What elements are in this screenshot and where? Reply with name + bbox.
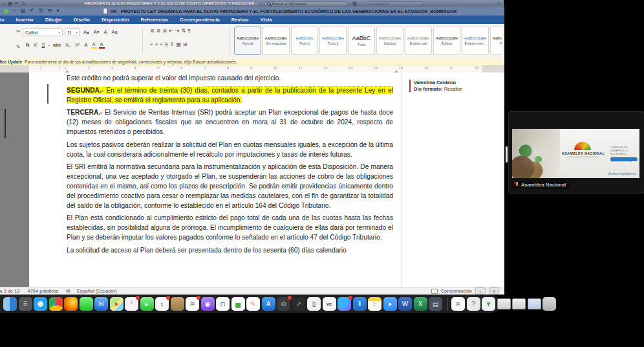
dock-excel[interactable]: X: [414, 297, 427, 311]
dock-numbers[interactable]: ▅: [231, 297, 245, 311]
dock-messenger[interactable]: [338, 297, 351, 311]
document-text[interactable]: Este crédito no podrá superar el valor d…: [67, 73, 393, 258]
dock-messages[interactable]: [80, 297, 93, 311]
dock-mail[interactable]: ✉: [94, 297, 108, 311]
clear-formatting-button[interactable]: Aa: [111, 30, 119, 35]
dock-launchpad[interactable]: ⠿: [19, 297, 32, 311]
indent-icon[interactable]: ⇥: [175, 28, 180, 34]
borders-icon[interactable]: ⊞: [183, 42, 188, 47]
dock-minimized-window-2[interactable]: [512, 298, 526, 309]
dock-minimized-window-3[interactable]: [528, 298, 541, 309]
redo-icon[interactable]: ↻: [21, 1, 25, 6]
dock-podcasts[interactable]: ◉: [201, 297, 215, 311]
Insertar[interactable]: Insertar: [10, 17, 40, 23]
style-chip[interactable]: AaBbCcDdEe Normal: [234, 27, 261, 55]
search-in-document-field[interactable]: Buscar en documento: [264, 1, 347, 6]
Vista[interactable]: Vista: [255, 17, 278, 23]
save-icon[interactable]: ▤: [21, 8, 26, 14]
dock-maps[interactable]: ➤: [110, 297, 123, 311]
dock-help[interactable]: ?: [467, 297, 480, 311]
dock-keynote[interactable]: ⊓: [216, 297, 230, 311]
format-painter-icon[interactable]: ✎: [16, 45, 21, 50]
Correspondencia[interactable]: Correspondencia: [174, 17, 226, 23]
shading-icon[interactable]: ▦: [176, 42, 181, 47]
align-right-icon[interactable]: ≡: [160, 42, 163, 47]
sort-icon[interactable]: ⇅: [182, 28, 186, 34]
align-left-icon[interactable]: ≡: [150, 42, 153, 47]
print-layout-view-button[interactable]: ≡: [475, 287, 486, 295]
dock-chrome[interactable]: ●: [49, 297, 63, 311]
bullets-icon[interactable]: ≣: [150, 28, 155, 34]
dock-facetime[interactable]: ▸: [140, 297, 154, 311]
shrink-font-button[interactable]: A▾: [92, 30, 101, 35]
redo-icon[interactable]: ↻: [39, 8, 43, 14]
strikethrough-button[interactable]: abc: [52, 43, 62, 48]
ruler[interactable]: 2 1 1 2 3 4 5 6 7: [0, 65, 504, 73]
justify-icon[interactable]: ≡: [165, 42, 168, 47]
focus-mode-label[interactable]: Concentración: [441, 288, 472, 294]
dock-notes[interactable]: ≡: [368, 297, 381, 311]
text-outline-button[interactable]: A: [83, 43, 89, 48]
dock-calendar[interactable]: 1: [155, 297, 169, 311]
share-user-icon[interactable]: [352, 1, 357, 6]
style-chip[interactable]: AaBbCcDdEe Texto: [490, 27, 502, 55]
dock-photos[interactable]: *: [125, 297, 138, 311]
document-page[interactable]: Este crédito no podrá superar el valor d…: [29, 73, 401, 287]
home-icon[interactable]: ⌂: [3, 1, 5, 6]
dock-minimized-window-1[interactable]: [497, 298, 511, 309]
proofing-icon[interactable]: ▤: [66, 289, 70, 294]
page-indicator[interactable]: Página 3 de 10: [0, 288, 19, 294]
dock-zoom[interactable]: ●: [383, 297, 397, 311]
dock-safari[interactable]: [34, 297, 47, 311]
dock-trello[interactable]: ‖: [353, 297, 367, 311]
dock-contacts[interactable]: [171, 297, 184, 311]
scrollbar-thumb[interactable]: [506, 146, 508, 162]
superscript-button[interactable]: X²: [74, 43, 81, 48]
dock-divider[interactable]: [447, 297, 447, 311]
Revisar[interactable]: Revisar: [226, 17, 255, 23]
font-name-select[interactable]: Calibri▾: [23, 28, 63, 36]
underline-menu-icon[interactable]: ▾: [48, 43, 50, 47]
web-layout-view-button[interactable]: ⊞: [489, 287, 499, 295]
office-update-banner[interactable]: Office Update Para mantenerse al día de …: [0, 58, 504, 65]
dock-iphone-mirroring[interactable]: ▯: [307, 297, 321, 311]
style-chip[interactable]: AaBbCcDdEe Énfasis: [433, 27, 460, 55]
video-call-tile[interactable]: ASAMBLEA NACIONAL COMISIÓN DE DESARROLLO…: [508, 111, 644, 194]
save-icon[interactable]: ▤: [8, 1, 12, 6]
align-center-icon[interactable]: ≡: [155, 42, 158, 47]
style-chip[interactable]: AaBbCcDdEe Título 2: [319, 27, 347, 55]
undo-icon[interactable]: ↶: [15, 1, 19, 6]
multilevel-list-icon[interactable]: ≣: [162, 28, 167, 34]
dock-reminders[interactable]: ≣: [186, 297, 199, 311]
cut-icon[interactable]: ✂: [16, 29, 21, 34]
print-icon[interactable]: ⊟: [48, 8, 52, 14]
underline-button[interactable]: S: [40, 43, 46, 48]
chevron-down-icon[interactable]: ▾: [57, 8, 59, 14]
style-chip[interactable]: AaBbCcDdEe Subtítulo: [376, 27, 403, 55]
dock-recent-document[interactable]: ≣: [451, 297, 465, 311]
focus-mode-icon[interactable]: [431, 289, 438, 294]
Inicio[interactable]: Inicio: [0, 17, 10, 23]
dock-downloads[interactable]: ▼: [482, 297, 495, 311]
Referencias[interactable]: Referencias: [134, 17, 174, 23]
Disposición[interactable]: Disposición: [96, 17, 135, 23]
pilcrow-icon[interactable]: ¶: [188, 28, 190, 34]
dock-app-store[interactable]: A: [262, 297, 275, 311]
dock-firefox[interactable]: [64, 297, 78, 311]
vertical-scrollbar-track[interactable]: [501, 73, 504, 287]
text-effects-button[interactable]: A: [103, 30, 109, 35]
dock-trash[interactable]: [542, 297, 556, 311]
style-chip[interactable]: AaBbCcDdEe Énfasis sutil: [405, 27, 432, 55]
dock-pages[interactable]: ✎: [246, 297, 260, 311]
Dibujar[interactable]: Dibujar: [39, 17, 68, 23]
word-count[interactable]: 4764 palabras: [27, 288, 58, 294]
outdent-icon[interactable]: ⇤: [169, 28, 173, 34]
language-indicator[interactable]: Español (Ecuador): [77, 288, 117, 294]
bold-button[interactable]: N: [25, 43, 30, 48]
traffic-light-green[interactable]: [4, 9, 8, 14]
style-chip[interactable]: AaBbC Título: [348, 27, 375, 55]
numbering-icon[interactable]: ≣: [156, 28, 161, 34]
highlight-color-button[interactable]: A: [91, 42, 97, 49]
dock-word[interactable]: W: [398, 297, 412, 311]
line-spacing-icon[interactable]: ⇕: [170, 42, 175, 47]
